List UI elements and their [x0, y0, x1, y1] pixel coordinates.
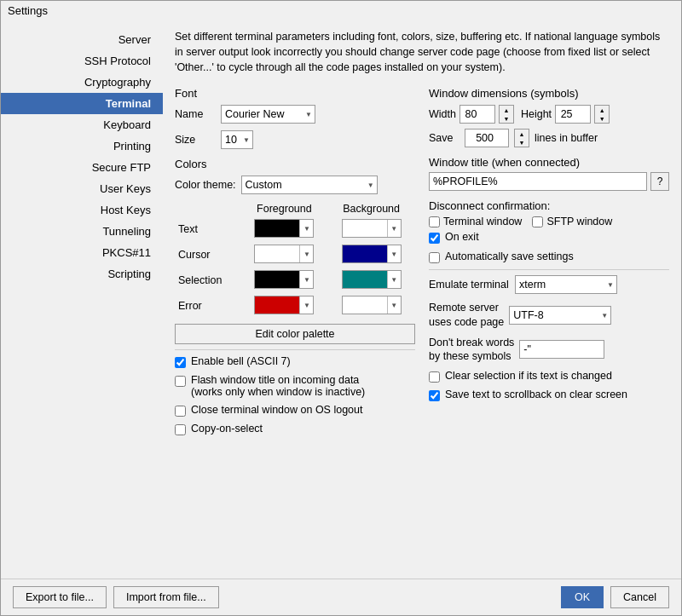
edit-color-palette-button[interactable]: Edit color palette — [175, 324, 415, 344]
sftp-window-label[interactable]: SFTP window — [532, 216, 612, 227]
fg-color-1 — [255, 245, 299, 262]
fg-arrow-0: ▼ — [299, 220, 313, 237]
sidebar-item-scripting[interactable]: Scripting — [1, 263, 163, 285]
height-up-btn[interactable]: ▲ — [595, 106, 609, 114]
font-name-row: Name Courier New Consolas Lucida Console — [175, 105, 415, 124]
fg-color-0 — [255, 220, 299, 237]
sidebar-item-terminal[interactable]: Terminal — [1, 93, 163, 114]
save-input[interactable] — [465, 130, 508, 147]
fg-arrow-2: ▼ — [299, 271, 313, 288]
bg-swatch-1[interactable]: ▼ — [342, 245, 402, 263]
on-exit-checkbox[interactable] — [429, 233, 440, 244]
color-row-2: Selection ▼ ▼ — [175, 268, 415, 293]
settings-panel: Set different terminal parameters includ… — [163, 20, 681, 579]
bg-swatch-0[interactable]: ▼ — [342, 219, 402, 238]
sidebar-item-cryptography[interactable]: Cryptography — [1, 72, 163, 93]
color-row-label-2: Selection — [175, 268, 241, 293]
sidebar-item-secure-ftp[interactable]: Secure FTP — [1, 157, 163, 178]
window-title-help-button[interactable]: ? — [650, 172, 669, 191]
font-size-select[interactable]: 10 12 14 — [221, 130, 253, 149]
emulate-select[interactable]: xterm vt100 — [515, 275, 617, 294]
auto-save-row: Automatically save settings — [429, 250, 669, 263]
flash-window-row: Flash window title on incoming data(work… — [175, 374, 415, 398]
sidebar-item-ssh-protocol[interactable]: SSH Protocol — [1, 50, 163, 72]
window-title: Settings — [8, 4, 48, 17]
window-dims-section: Window dimensions (symbols) Width ▲ ▼ — [429, 87, 669, 147]
color-row-label-3: Error — [175, 293, 241, 319]
enable-bell-checkbox[interactable] — [175, 357, 186, 368]
fg-arrow-3: ▼ — [299, 296, 313, 314]
color-label-header — [175, 201, 241, 216]
clear-selection-checkbox[interactable] — [429, 371, 440, 383]
dont-break-input[interactable] — [519, 340, 604, 359]
emulate-row: Emulate terminal xterm vt100 — [429, 275, 669, 294]
save-row: Save ▲ ▼ lines in buffer — [429, 129, 669, 147]
window-title-input[interactable] — [429, 172, 647, 191]
sidebar-item-server[interactable]: Server — [1, 29, 163, 50]
fg-swatch-3[interactable]: ▼ — [254, 296, 314, 314]
ok-button[interactable]: OK — [561, 586, 604, 608]
copy-on-select-label: Copy-on-select — [191, 423, 263, 435]
bg-swatch-3[interactable]: ▼ — [342, 296, 402, 314]
copy-on-select-checkbox[interactable] — [175, 424, 186, 435]
color-row-3: Error ▼ ▼ — [175, 293, 415, 319]
height-spinner: Height ▲ ▼ — [521, 105, 610, 124]
on-exit-label: On exit — [445, 231, 479, 243]
two-columns: Font Name Courier New Consolas Lucida Co… — [175, 87, 669, 579]
color-table: Foreground Background Text ▼ — [175, 201, 415, 319]
flash-window-checkbox[interactable] — [175, 376, 186, 387]
window-title-section: Window title (when connected) ? — [429, 156, 669, 191]
sidebar-item-user-keys[interactable]: User Keys — [1, 178, 163, 199]
bg-swatch-2[interactable]: ▼ — [342, 270, 402, 289]
clear-selection-row: Clear selection if its text is changed — [429, 370, 669, 383]
width-down-btn[interactable]: ▼ — [500, 114, 513, 123]
sidebar-item-host-keys[interactable]: Host Keys — [1, 199, 163, 221]
save-label: Save — [429, 132, 459, 144]
clear-selection-label: Clear selection if its text is changed — [445, 370, 612, 382]
height-spinner-btns: ▲ ▼ — [594, 105, 610, 124]
width-input[interactable] — [460, 106, 494, 123]
sidebar-item-pkcs11[interactable]: PKCS#11 — [1, 242, 163, 263]
bottom-bar: Export to file... Import from file... OK… — [1, 579, 681, 615]
width-label: Width — [429, 108, 456, 120]
window-title-label: Window title (when connected) — [429, 156, 669, 169]
fg-swatch-cell-1: ▼ — [241, 242, 328, 268]
sftp-window-checkbox[interactable] — [532, 216, 543, 227]
fg-swatch-cell-2: ▼ — [241, 268, 328, 293]
font-name-select[interactable]: Courier New Consolas Lucida Console — [221, 105, 315, 124]
save-input-wrap — [465, 129, 509, 147]
emulate-label: Emulate terminal — [429, 279, 510, 291]
sidebar-item-tunneling[interactable]: Tunneling — [1, 221, 163, 242]
terminal-window-checkbox[interactable] — [429, 216, 440, 227]
main-content: ServerSSH ProtocolCryptographyTerminalKe… — [1, 20, 681, 579]
save-down-btn[interactable]: ▼ — [515, 138, 529, 147]
codepage-select[interactable]: UTF-8 ISO-8859-1 — [509, 306, 611, 325]
enable-bell-label: Enable bell (ASCII 7) — [191, 355, 291, 367]
export-button[interactable]: Export to file... — [13, 586, 107, 608]
terminal-window-label[interactable]: Terminal window — [429, 216, 522, 227]
import-button[interactable]: Import from file... — [113, 586, 219, 608]
fg-swatch-1[interactable]: ▼ — [254, 245, 314, 263]
auto-save-checkbox[interactable] — [429, 252, 440, 263]
bg-color-0 — [343, 220, 387, 237]
color-theme-select[interactable]: Custom Default — [241, 176, 378, 194]
color-theme-label: Color theme: — [175, 179, 236, 191]
fg-swatch-0[interactable]: ▼ — [254, 219, 314, 238]
fg-arrow-1: ▼ — [299, 245, 313, 262]
dims-row: Width ▲ ▼ Height — [429, 105, 669, 124]
height-down-btn[interactable]: ▼ — [595, 114, 609, 123]
cancel-button[interactable]: Cancel — [610, 586, 669, 608]
auto-save-label: Automatically save settings — [445, 250, 574, 262]
color-row-label-0: Text — [175, 216, 241, 242]
fg-swatch-2[interactable]: ▼ — [254, 270, 314, 289]
width-up-btn[interactable]: ▲ — [500, 106, 513, 114]
bg-swatch-cell-0: ▼ — [327, 216, 415, 242]
close-terminal-checkbox[interactable] — [175, 406, 186, 417]
save-up-btn[interactable]: ▲ — [515, 130, 529, 138]
save-scrollback-checkbox[interactable] — [429, 390, 440, 401]
sidebar-item-keyboard[interactable]: Keyboard — [1, 114, 163, 135]
left-column: Font Name Courier New Consolas Lucida Co… — [175, 87, 415, 579]
height-input[interactable] — [556, 106, 590, 123]
sidebar-item-printing[interactable]: Printing — [1, 135, 163, 157]
description-text: Set different terminal parameters includ… — [175, 29, 669, 75]
